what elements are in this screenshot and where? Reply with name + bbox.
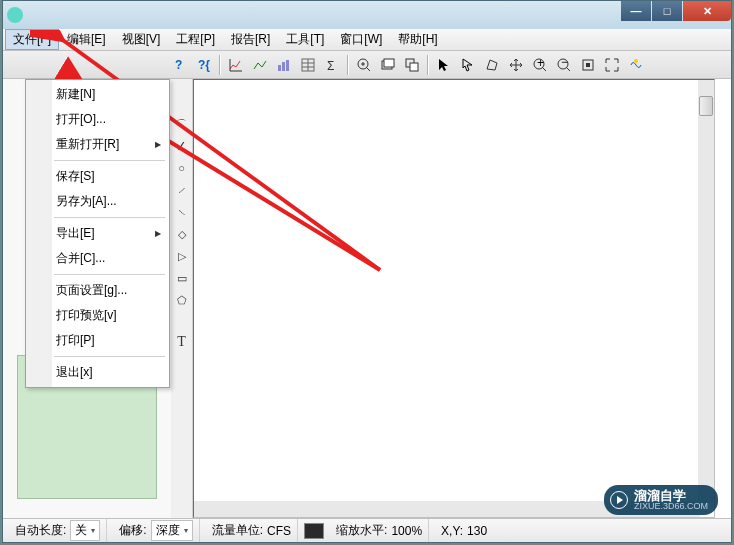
- toolbar-button[interactable]: [353, 54, 375, 76]
- status-label: 缩放水平:: [336, 522, 387, 539]
- menu-label: 另存为[A]...: [56, 193, 117, 210]
- toolbar-button[interactable]: ?: [169, 54, 191, 76]
- menu-page-setup[interactable]: 页面设置[g]...: [26, 278, 169, 303]
- menu-file[interactable]: 文件[F]: [5, 29, 59, 50]
- status-label: 偏移:: [119, 522, 146, 539]
- zoom-in-icon: [356, 57, 372, 73]
- watermark: 溜溜自学 ZIXUE.3D66.COM: [604, 485, 718, 515]
- vertical-scrollbar[interactable]: [698, 80, 714, 503]
- toolbar-separator: [219, 55, 221, 75]
- select-icon: [460, 57, 476, 73]
- toolbar-button[interactable]: [577, 54, 599, 76]
- menu-print-preview[interactable]: 打印预览[v]: [26, 303, 169, 328]
- vertical-toolbar: ⌒ ∠ ○ ⟋ ⟍ ◇ ▷ ▭ ⬠ T: [171, 79, 193, 518]
- scrollbar-thumb[interactable]: [699, 96, 713, 116]
- menu-window[interactable]: 窗口[W]: [332, 29, 390, 50]
- zoom-in-icon: +: [532, 57, 548, 73]
- status-value: CFS: [267, 524, 291, 538]
- minimize-button[interactable]: —: [621, 1, 651, 21]
- tool-polygon[interactable]: ⬠: [173, 291, 191, 309]
- status-auto-length: 自动长度: 关: [9, 519, 107, 542]
- toolbar-button[interactable]: −: [553, 54, 575, 76]
- query-icon: ?{: [196, 57, 212, 73]
- svg-text:?: ?: [175, 58, 182, 72]
- tool-diamond[interactable]: ◇: [173, 225, 191, 243]
- menu-project[interactable]: 工程[P]: [168, 29, 223, 50]
- tool-line[interactable]: ⟋: [173, 181, 191, 199]
- tool-rect[interactable]: ▭: [173, 269, 191, 287]
- toolbar-button[interactable]: [249, 54, 271, 76]
- toolbar-button[interactable]: [481, 54, 503, 76]
- tool-angle[interactable]: ∠: [173, 137, 191, 155]
- status-icon: [304, 523, 324, 539]
- auto-length-dropdown[interactable]: 关: [70, 520, 100, 541]
- toolbar-button[interactable]: [273, 54, 295, 76]
- tool-circle[interactable]: ○: [173, 159, 191, 177]
- app-icon: [7, 7, 23, 23]
- menu-tool[interactable]: 工具[T]: [278, 29, 332, 50]
- tool-triangle[interactable]: ▷: [173, 247, 191, 265]
- menu-edit[interactable]: 编辑[E]: [59, 29, 114, 50]
- toolbar-button[interactable]: [225, 54, 247, 76]
- menu-save[interactable]: 保存[S]: [26, 164, 169, 189]
- offset-dropdown[interactable]: 深度: [151, 520, 193, 541]
- file-dropdown-menu: 新建[N] 打开[O]... 重新打开[R] 保存[S] 另存为[A]... 导…: [25, 79, 170, 388]
- menu-new[interactable]: 新建[N]: [26, 82, 169, 107]
- toolbar-button[interactable]: [297, 54, 319, 76]
- toolbar-button[interactable]: [625, 54, 647, 76]
- menu-report[interactable]: 报告[R]: [223, 29, 278, 50]
- zoom-out-icon: −: [556, 57, 572, 73]
- watermark-url: ZIXUE.3D66.COM: [634, 502, 708, 511]
- toolbar-button[interactable]: Σ: [321, 54, 343, 76]
- toolbar-button[interactable]: ?{: [193, 54, 215, 76]
- svg-line-11: [366, 67, 370, 71]
- close-button[interactable]: ✕: [683, 1, 731, 21]
- play-icon: [610, 491, 628, 509]
- tool-text[interactable]: T: [173, 333, 191, 351]
- table-icon: [300, 57, 316, 73]
- pan-icon: [508, 57, 524, 73]
- menu-view[interactable]: 视图[V]: [114, 29, 169, 50]
- menu-save-as[interactable]: 另存为[A]...: [26, 189, 169, 214]
- pointer-icon: [436, 57, 452, 73]
- canvas[interactable]: [193, 79, 715, 518]
- toolbar-button[interactable]: [433, 54, 455, 76]
- status-offset: 偏移: 深度: [113, 519, 199, 542]
- menubar: 文件[F] 编辑[E] 视图[V] 工程[P] 报告[R] 工具[T] 窗口[W…: [3, 29, 731, 51]
- toolbar-separator: [347, 55, 349, 75]
- menu-label: 保存[S]: [56, 168, 95, 185]
- status-xy: X,Y: 130: [435, 519, 493, 542]
- toolbar-button[interactable]: [457, 54, 479, 76]
- profile-icon: [252, 57, 268, 73]
- menu-label: 打印[P]: [56, 332, 95, 349]
- svg-text:+: +: [537, 57, 544, 70]
- svg-text:?{: ?{: [198, 58, 210, 72]
- app-window: — □ ✕ 文件[F] 编辑[E] 视图[V] 工程[P] 报告[R] 工具[T…: [2, 0, 732, 543]
- menu-exit[interactable]: 退出[x]: [26, 360, 169, 385]
- maximize-button[interactable]: □: [652, 1, 682, 21]
- menu-print[interactable]: 打印[P]: [26, 328, 169, 353]
- menu-help[interactable]: 帮助[H]: [390, 29, 445, 50]
- tool-arc[interactable]: ⌒: [173, 115, 191, 133]
- menu-label: 新建[N]: [56, 86, 95, 103]
- status-label: 流量单位:: [212, 522, 263, 539]
- status-zoom: 缩放水平: 100%: [330, 519, 429, 542]
- window-controls: — □ ✕: [621, 1, 731, 21]
- toolbar-button[interactable]: [601, 54, 623, 76]
- tool-line2[interactable]: ⟍: [173, 203, 191, 221]
- menu-reopen[interactable]: 重新打开[R]: [26, 132, 169, 157]
- statusbar: 自动长度: 关 偏移: 深度 流量单位: CFS 缩放水平: 100% X,Y:…: [3, 518, 731, 542]
- menu-export[interactable]: 导出[E]: [26, 221, 169, 246]
- toolbar-button[interactable]: [401, 54, 423, 76]
- menu-label: 导出[E]: [56, 225, 95, 242]
- toolbar-button[interactable]: +: [529, 54, 551, 76]
- menu-separator: [54, 217, 165, 218]
- toolbar-button[interactable]: [377, 54, 399, 76]
- run-icon: [628, 57, 644, 73]
- cascade-icon: [404, 57, 420, 73]
- menu-open[interactable]: 打开[O]...: [26, 107, 169, 132]
- menu-merge[interactable]: 合并[C]...: [26, 246, 169, 271]
- help-icon: ?: [172, 57, 188, 73]
- bars-icon: [276, 57, 292, 73]
- toolbar-button[interactable]: [505, 54, 527, 76]
